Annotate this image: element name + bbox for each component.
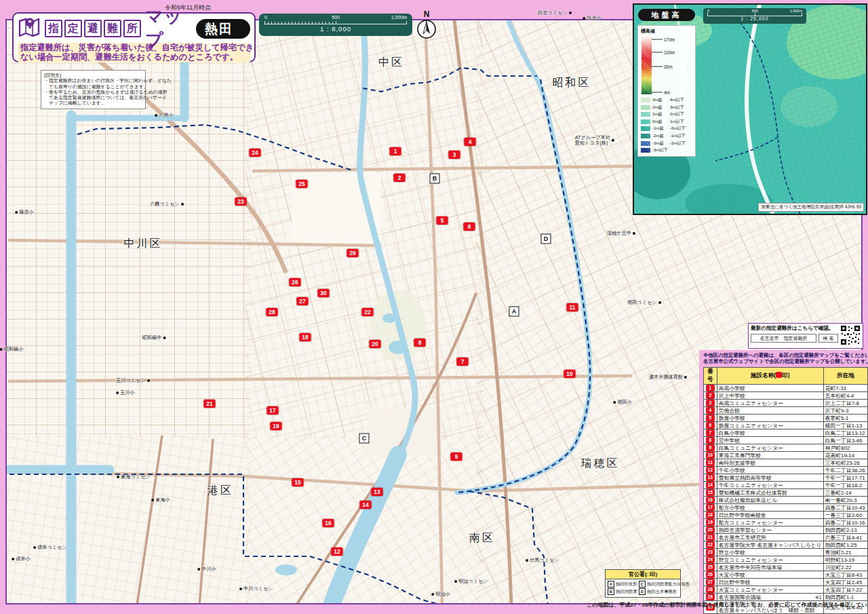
svg-text:N: N — [424, 9, 430, 19]
shelter-table-panel: ※他区の指定避難所への避難は、各区の指定避難所マップをご覧ください。 名古屋市公… — [699, 350, 868, 614]
offices-legend-title: 官公署(□印) — [606, 570, 680, 579]
col-header-address: 所在地 — [823, 368, 867, 385]
legend-band: -3m以下 — [641, 147, 693, 153]
north-arrow-icon: N — [415, 9, 438, 43]
inset-title: 地盤高 — [638, 9, 695, 21]
landmark-label: 白金コミセン — [538, 9, 572, 16]
table-row: 7白鳥小学校白鳥二丁目13-12 — [704, 429, 868, 437]
landmark-dot-icon — [0, 348, 3, 351]
table-row: 22名古屋学院大学 名古屋キャンパスしろとり熱田西町1-25 — [704, 541, 868, 549]
scale-tick-labels: 0 500 1,000m — [264, 15, 407, 21]
scale-tick-500: 500 — [332, 15, 340, 20]
government-offices-legend: 官公署(□印) A熱田区役所C熱田消防署船方出張所B熱田消防署D熱田土木事務所 — [605, 569, 681, 598]
map-pin-icon — [18, 16, 42, 41]
map-scale-bar: 0 500 1,000m 1 : 8,000 — [259, 14, 412, 36]
legend-band: 2m超3m以下 — [641, 104, 693, 111]
table-row: 17船方小学校四番二丁目10-43 — [704, 504, 868, 512]
legend-band: -2m超-1m以下 — [641, 133, 693, 139]
elevation-tick-170m: 170m — [652, 37, 675, 42]
col-header-number: 番号 — [704, 368, 717, 385]
elevation-legend-title: 標高値 — [641, 28, 693, 35]
table-row: 1高蔵小学校花町7-33 — [704, 385, 868, 392]
table-row: 15愛知機械工業株式会社体育館三番町2-14 — [704, 489, 868, 497]
office-entry-B: B熱田消防署 — [608, 588, 637, 595]
latest-shelter-check-box: 最新の指定避難所はこちらで確認。 名古屋市 指定避難所 検 索 — [748, 323, 863, 349]
title-boxed-char: 避 — [84, 20, 102, 37]
table-row: 21名古屋市工業研究所六番三丁目4-41 — [704, 534, 868, 541]
table-row: 6旗屋コミュニティセンター横田一丁目1-13 — [704, 422, 868, 429]
search-terms-box: 名古屋市 指定避難所 — [751, 334, 816, 343]
red-marker-icon — [776, 372, 782, 378]
evacuation-map-poster: 中区昭和区中川区瑞穂区港区南区1234567891011121314151617… — [0, 0, 868, 614]
search-button: 検 索 — [818, 334, 838, 343]
col-header-name: 施設名称(印) — [717, 368, 823, 385]
scale-bar-line — [264, 21, 407, 24]
elevation-inset-map: 地盤高 0 500 1,000m 1 : 25,000 標高値 170m100m… — [633, 3, 867, 215]
scale-tick-0: 0 — [264, 15, 267, 20]
table-row: 13愛知県立熱田高等学校千年一丁目17-71 — [704, 474, 868, 482]
table-row: 9白鳥コミュニティセンター神戸町802 — [704, 444, 868, 452]
table-row: 4労働会館沢下町9-3 — [704, 407, 868, 415]
shelter-table: 番号 施設名称(印) 所在地 1高蔵小学校花町7-332沢上中学校五本松町4-4… — [703, 367, 868, 614]
table-row: 29名古屋国際会議場※1熱田西町1-1 — [704, 594, 868, 601]
survey-approval-note: 測量法に基づく国土地理院長承認(使用)R 4JHs 93 — [758, 203, 864, 212]
title-boxed-characters: 指定避難所 — [45, 20, 141, 37]
footer-note: この地図は、平成27・28年作成の都市計画基本図を使用しました。なお、必要に応じ… — [587, 601, 868, 609]
title-boxed-char: 定 — [64, 20, 82, 37]
office-entry-C: C熱田消防署船方出張所 — [639, 581, 690, 588]
qr-code-icon — [840, 325, 861, 345]
table-row: 24野立コミュニティセンター明野町13-19 — [704, 556, 868, 564]
legend-band: 1m超2m以下 — [641, 111, 693, 117]
subtitle-strip: 指定避難所は、災害が落ち着いた後、自宅が被災して帰宅でき ない場合一定期間、避難… — [18, 43, 250, 62]
elevation-tick-100m: 100m — [652, 50, 675, 55]
table-row: 3高蔵コミュニティセンター沢上二丁目7-8 — [704, 400, 868, 407]
subtitle-line-2: ない場合一定期間、避難生活をおくるためのところです。 — [20, 53, 248, 62]
elevation-tick-30m: 30m — [652, 64, 673, 69]
landmark-dot-icon — [569, 12, 572, 14]
title-boxed-char: 所 — [123, 20, 141, 37]
table-row: 20熱田生涯学習センター熱田西町2-13 — [704, 526, 868, 534]
table-row: 19船方コミュニティセンター四番二丁目10-16 — [704, 519, 868, 526]
legend-band: 0m超1m以下 — [641, 119, 693, 125]
table-row: 11南特別支援学校三本松町23-26 — [704, 459, 868, 467]
scale-ratio: 1 : 8,000 — [264, 25, 407, 33]
elevation-tick-4m: 4m — [652, 90, 670, 95]
scale-tick-1000: 1,000m — [391, 15, 407, 20]
qr-box-text: 最新の指定避難所はこちらで確認。 — [751, 325, 838, 332]
table-row: 23野立小学校青池町2-21 — [704, 549, 868, 556]
elevation-bands: 3m超4m以下2m超3m以下1m超2m以下0m超1m以下-1m超-0m以下-2m… — [641, 97, 693, 153]
subtitle-line-1: 指定避難所は、災害が落ち着いた後、自宅が被災して帰宅でき — [20, 43, 248, 53]
title-row: 指定避難所 マップ 熱田区 — [18, 16, 250, 41]
table-note-line-2: 名古屋市公式ウェブサイトで全区の指定避難所マップを公開しています。 — [703, 359, 868, 365]
office-entry-A: A熱田区役所 — [608, 581, 637, 588]
table-row: 14千年コミュニティセンター千年一丁目18-2 — [704, 482, 868, 489]
title-boxed-char: 難 — [104, 20, 121, 37]
table-row: 25名古屋市中央卸売市場本場川並町2-22 — [704, 564, 868, 571]
shelter-table-body: 1高蔵小学校花町7-332沢上中学校五本松町4-43高蔵コミュニティセンター沢上… — [704, 385, 868, 614]
inset-scale-bar: 0 500 1,000m 1 : 25,000 — [703, 8, 806, 24]
offices-grid: A熱田区役所C熱田消防署船方出張所B熱田消防署D熱田土木事務所 — [606, 579, 680, 597]
table-header-row: 番号 施設名称(印) 所在地 — [704, 368, 868, 385]
elevation-legend: 標高値 170m100m30m4m 3m超4m以下2m超3m以下1m超2m以下0… — [637, 25, 696, 157]
table-row: 8宮中学校白鳥一丁目3-46 — [704, 437, 868, 444]
inset-scale-tick-1000: 1,000m — [790, 9, 802, 13]
title-boxed-char: 指 — [45, 20, 62, 37]
legend-band: 3m超4m以下 — [641, 97, 693, 103]
table-row: 27日比野中学校大宝四丁目2-45 — [704, 579, 868, 586]
elevation-gradient: 170m100m30m4m — [641, 36, 693, 94]
ward-badge: 熱田区 — [196, 19, 250, 39]
table-row: 5旗屋小学校夜寒町5-1 — [704, 415, 868, 422]
legend-band: -1m超-0m以下 — [641, 126, 693, 132]
table-row: 16株式会社服部組本店ビル南一番町20-3 — [704, 497, 868, 504]
table-row: 18日比野中学校南校舎一番三丁目2-60 — [704, 512, 868, 519]
table-row: 10東海工業専門学校花表町19-14 — [704, 452, 868, 459]
table-row: 26大宝小学校大宝三丁目8-43 — [704, 571, 868, 579]
table-row: 2沢上中学校五本松町4-4 — [704, 392, 868, 400]
title-card: 指定避難所 マップ 熱田区 指定避難所は、災害が落ち着いた後、自宅が被災して帰宅… — [12, 12, 256, 62]
table-row: 28大宝コミュニティセンター大宝四丁目7-22 — [704, 586, 868, 594]
explanation-box: (説明文) ・指定避難所はお住まいの行政区・学区に関わらず、どなた でも最寄りの… — [41, 70, 146, 109]
office-entry-D: D熱田土木事務所 — [639, 588, 690, 595]
legend-band: -3m超-2m以下 — [641, 140, 693, 147]
table-row: 12千年小学校千年二丁目38-26 — [704, 467, 868, 474]
inset-scale-ratio: 1 : 25,000 — [707, 16, 802, 21]
